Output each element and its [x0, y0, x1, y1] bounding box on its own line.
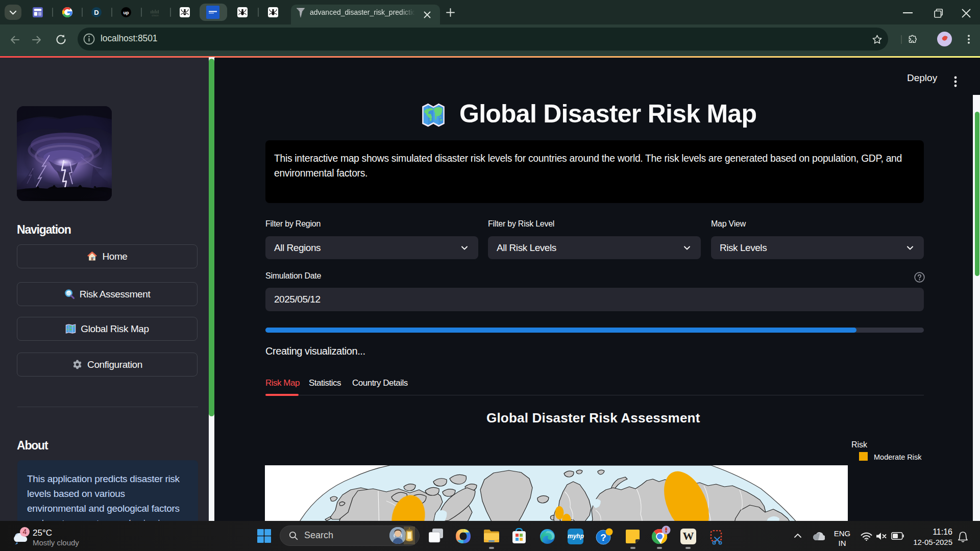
svg-text:cisco: cisco	[152, 14, 158, 17]
svg-text:D: D	[94, 9, 99, 16]
svg-text:up: up	[124, 10, 129, 15]
svg-text:?: ?	[600, 532, 606, 543]
